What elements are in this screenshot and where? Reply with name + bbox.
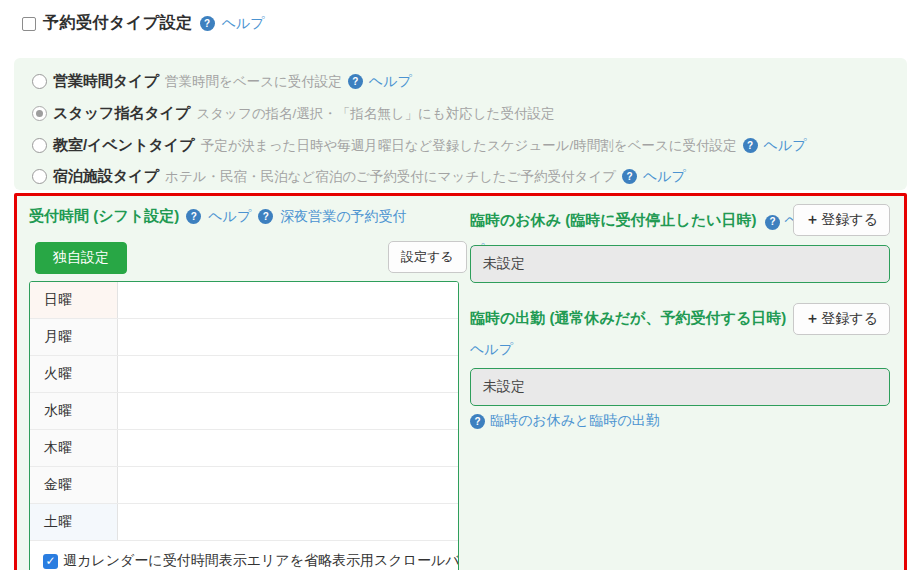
table-row: 木曜 bbox=[30, 430, 458, 467]
help-icon[interactable]: ? bbox=[765, 215, 780, 230]
temp-open-help-link[interactable]: ヘルプ bbox=[470, 341, 513, 357]
temp-open-title: 臨時の出勤 (通常休みだが、予約受付する日時) bbox=[470, 309, 786, 326]
table-row: 水曜 bbox=[30, 393, 458, 430]
temp-days-help-link[interactable]: 臨時のお休みと臨時の出勤 bbox=[490, 412, 660, 430]
radio-staff-nomination[interactable] bbox=[32, 106, 47, 121]
option-desc: 営業時間をベースに受付設定 bbox=[165, 73, 342, 91]
checked-checkbox[interactable]: ✓ bbox=[43, 554, 58, 569]
day-label-sunday: 日曜 bbox=[30, 282, 118, 318]
table-row: 日曜 bbox=[30, 282, 458, 319]
scrollbar-option-row: ✓ 週カレンダーに受付時間表示エリアを省略表示用スクロールバー bbox=[30, 541, 458, 570]
day-label-thursday: 木曜 bbox=[30, 430, 118, 466]
reservation-type-settings-page: 予約受付タイプ設定 ? ヘルプ 営業時間タイプ 営業時間をベースに受付設定 ? … bbox=[0, 0, 921, 570]
table-row: 土曜 bbox=[30, 504, 458, 541]
option-lodging: 宿泊施設タイプ ホテル・民宿・民泊など宿泊のご予約受付にマッチしたご予約受付タイ… bbox=[32, 167, 686, 186]
option-desc: ホテル・民宿・民泊など宿泊のご予約受付にマッチしたご予約受付タイプ bbox=[165, 168, 616, 186]
option-business-hours: 営業時間タイプ 営業時間をベースに受付設定 ? ヘルプ bbox=[32, 72, 412, 91]
day-value-monday[interactable] bbox=[118, 319, 458, 355]
radio-lodging[interactable] bbox=[32, 169, 47, 184]
temp-open-header: 臨時の出勤 (通常休みだが、予約受付する日時) ? ヘルプ bbox=[470, 302, 818, 365]
register-label: 登録する bbox=[821, 310, 878, 326]
temp-closed-value-box: 未設定 bbox=[470, 245, 890, 283]
temp-days-link-row: ? 臨時のお休みと臨時の出勤 bbox=[470, 412, 660, 430]
register-label: 登録する bbox=[821, 211, 878, 227]
day-label-saturday: 土曜 bbox=[30, 504, 118, 540]
section-checkbox[interactable] bbox=[22, 17, 36, 31]
shift-help-link[interactable]: ヘルプ bbox=[208, 208, 251, 226]
day-label-wednesday: 水曜 bbox=[30, 393, 118, 429]
day-label-friday: 金曜 bbox=[30, 467, 118, 503]
option-help-link[interactable]: ヘルプ bbox=[643, 168, 686, 186]
shift-header: 受付時間 (シフト設定) ? ヘルプ ? 深夜営業の予約受付 bbox=[29, 207, 407, 226]
option-desc: スタッフの指名/選択・「指名無し」にも対応した受付設定 bbox=[196, 105, 554, 123]
help-icon[interactable]: ? bbox=[348, 74, 363, 89]
day-value-sunday[interactable] bbox=[118, 282, 458, 318]
configure-button[interactable]: 設定する bbox=[388, 241, 467, 273]
day-value-saturday[interactable] bbox=[118, 504, 458, 540]
day-label-tuesday: 火曜 bbox=[30, 356, 118, 392]
type-options-panel: 営業時間タイプ 営業時間をベースに受付設定 ? ヘルプ スタッフ指名タイプ スタ… bbox=[14, 58, 907, 190]
day-value-friday[interactable] bbox=[118, 467, 458, 503]
table-row: 火曜 bbox=[30, 356, 458, 393]
option-label[interactable]: スタッフ指名タイプ bbox=[53, 104, 190, 123]
shift-title: 受付時間 (シフト設定) bbox=[29, 207, 179, 226]
option-help-link[interactable]: ヘルプ bbox=[369, 73, 412, 91]
option-label[interactable]: 教室/イベントタイプ bbox=[53, 136, 195, 155]
day-value-thursday[interactable] bbox=[118, 430, 458, 466]
option-desc: 予定が決まった日時や毎週月曜日など登録したスケジュール/時間割をベースに受付設定 bbox=[201, 137, 737, 155]
option-help-link[interactable]: ヘルプ bbox=[764, 137, 807, 155]
weekly-shift-table: 日曜 月曜 火曜 水曜 木曜 金曜 bbox=[29, 281, 459, 570]
day-value-tuesday[interactable] bbox=[118, 356, 458, 392]
midnight-business-link[interactable]: 深夜営業の予約受付 bbox=[280, 208, 406, 226]
scrollbar-option-label: 週カレンダーに受付時間表示エリアを省略表示用スクロールバー bbox=[63, 552, 459, 570]
table-row: 金曜 bbox=[30, 467, 458, 504]
table-row: 月曜 bbox=[30, 319, 458, 356]
option-staff-nomination: スタッフ指名タイプ スタッフの指名/選択・「指名無し」にも対応した受付設定 bbox=[32, 104, 554, 123]
plus-icon: ＋ bbox=[805, 310, 819, 326]
day-value-wednesday[interactable] bbox=[118, 393, 458, 429]
radio-business-hours[interactable] bbox=[32, 74, 47, 89]
temp-closed-title: 臨時のお休み (臨時に受付停止したい日時) bbox=[470, 211, 757, 228]
custom-setting-button[interactable]: 独自設定 bbox=[35, 242, 127, 274]
help-icon[interactable]: ? bbox=[743, 138, 758, 153]
help-icon[interactable]: ? bbox=[258, 209, 273, 224]
register-temp-closed-button[interactable]: ＋登録する bbox=[793, 204, 890, 236]
shift-settings-panel: 受付時間 (シフト設定) ? ヘルプ ? 深夜営業の予約受付 独自設定 設定する… bbox=[14, 193, 907, 570]
option-class-event: 教室/イベントタイプ 予定が決まった日時や毎週月曜日など登録したスケジュール/時… bbox=[32, 136, 807, 155]
title-help-link[interactable]: ヘルプ bbox=[222, 15, 265, 33]
help-icon[interactable]: ? bbox=[470, 414, 485, 429]
option-label[interactable]: 宿泊施設タイプ bbox=[53, 167, 159, 186]
day-label-monday: 月曜 bbox=[30, 319, 118, 355]
plus-icon: ＋ bbox=[805, 211, 819, 227]
help-icon[interactable]: ? bbox=[186, 209, 201, 224]
option-label[interactable]: 営業時間タイプ bbox=[53, 72, 159, 91]
help-icon[interactable]: ? bbox=[622, 169, 637, 184]
page-title: 予約受付タイプ設定 bbox=[43, 13, 193, 34]
radio-class-event[interactable] bbox=[32, 138, 47, 153]
temp-open-value-box: 未設定 bbox=[470, 368, 890, 406]
register-temp-open-button[interactable]: ＋登録する bbox=[793, 303, 890, 335]
help-icon[interactable]: ? bbox=[200, 16, 215, 31]
page-title-row: 予約受付タイプ設定 ? ヘルプ bbox=[22, 13, 265, 34]
